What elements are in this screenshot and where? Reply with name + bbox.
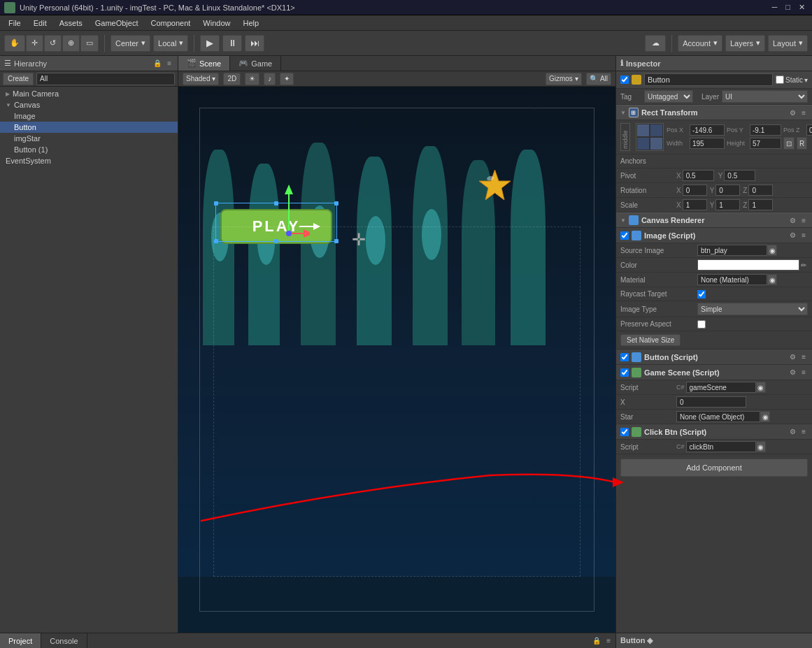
pos-z-input[interactable] bbox=[806, 124, 812, 136]
hier-item-canvas[interactable]: ▼ Canvas bbox=[0, 99, 178, 110]
material-picker-btn[interactable]: ◉ bbox=[767, 274, 777, 285]
button-script-checkbox[interactable] bbox=[620, 353, 629, 361]
shading-dropdown[interactable]: Shaded ▾ bbox=[183, 73, 219, 85]
source-image-input[interactable] bbox=[697, 245, 767, 256]
image-script-checkbox[interactable] bbox=[620, 231, 629, 240]
scale-z-input[interactable] bbox=[748, 199, 773, 210]
canvas-expand-icon[interactable]: ▼ bbox=[620, 217, 626, 224]
rect-settings-btn[interactable]: ⚙ bbox=[788, 108, 798, 117]
pos-x-input[interactable] bbox=[690, 124, 725, 136]
menu-gameobject[interactable]: GameObject bbox=[90, 17, 144, 29]
set-native-size-btn[interactable]: Set Native Size bbox=[620, 334, 681, 346]
star-picker-btn[interactable]: ◉ bbox=[760, 411, 770, 422]
color-swatch[interactable] bbox=[697, 259, 799, 271]
hierarchy-menu-btn[interactable]: ≡ bbox=[165, 59, 173, 68]
hier-item-button1[interactable]: Button (1) bbox=[0, 144, 178, 155]
anchor-preset-widget[interactable] bbox=[636, 123, 664, 151]
preserve-aspect-checkbox[interactable] bbox=[697, 320, 706, 329]
move-tool[interactable]: ✛ bbox=[26, 35, 43, 52]
rect-tool[interactable]: ▭ bbox=[80, 35, 99, 52]
center-dropdown[interactable]: Center ▾ bbox=[111, 35, 150, 52]
project-tab[interactable]: Project bbox=[0, 633, 41, 648]
audio-btn[interactable]: ♪ bbox=[264, 73, 276, 85]
static-checkbox[interactable] bbox=[776, 75, 784, 84]
minimize-btn[interactable]: ─ bbox=[769, 3, 781, 12]
height-input[interactable] bbox=[750, 138, 781, 149]
source-image-picker-btn[interactable]: ◉ bbox=[767, 245, 777, 256]
layer-select[interactable]: UI bbox=[722, 90, 808, 103]
object-active-checkbox[interactable] bbox=[620, 75, 629, 84]
local-dropdown[interactable]: Local ▾ bbox=[153, 35, 188, 52]
gizmos-dropdown[interactable]: Gizmos ▾ bbox=[546, 73, 582, 85]
lighting-btn[interactable]: ☀ bbox=[245, 73, 259, 85]
game-scene-script-input[interactable] bbox=[686, 382, 756, 393]
hand-tool[interactable]: ✋ bbox=[4, 35, 25, 52]
account-dropdown[interactable]: Account ▾ bbox=[678, 35, 722, 52]
all-dropdown[interactable]: 🔍 All bbox=[586, 73, 611, 85]
pause-button[interactable]: ⏸ bbox=[222, 35, 242, 52]
menu-window[interactable]: Window bbox=[197, 17, 236, 29]
object-name-input[interactable] bbox=[644, 73, 773, 86]
tag-select[interactable]: Untagged bbox=[644, 90, 693, 103]
cloud-button[interactable]: ☁ bbox=[645, 35, 666, 52]
canvas-settings-btn[interactable]: ⚙ bbox=[788, 216, 798, 225]
image-type-select[interactable]: Simple bbox=[697, 303, 808, 315]
canvas-menu-btn[interactable]: ≡ bbox=[799, 216, 808, 225]
game-scene-checkbox[interactable] bbox=[620, 368, 629, 377]
menu-help[interactable]: Help bbox=[237, 17, 264, 29]
scale-x-input[interactable] bbox=[683, 199, 707, 210]
button-menu-btn[interactable]: ≡ bbox=[799, 352, 808, 361]
play-button[interactable]: ▶ bbox=[200, 35, 220, 52]
hierarchy-search[interactable] bbox=[36, 73, 175, 85]
width-input[interactable] bbox=[690, 138, 725, 149]
scale-y-input[interactable] bbox=[715, 199, 740, 210]
image-menu-btn[interactable]: ≡ bbox=[799, 231, 808, 240]
add-component-btn[interactable]: Add Component bbox=[620, 459, 808, 477]
rot-z-input[interactable] bbox=[748, 185, 773, 196]
project-lock-btn[interactable]: 🔒 bbox=[590, 636, 603, 645]
rot-x-input[interactable] bbox=[683, 185, 707, 196]
pivot-y-input[interactable] bbox=[724, 170, 755, 181]
game-scene-menu-btn[interactable]: ≡ bbox=[799, 368, 808, 377]
pos-y-input[interactable] bbox=[750, 124, 781, 136]
pivot-x-input[interactable] bbox=[683, 170, 714, 181]
hier-item-image[interactable]: Image bbox=[0, 110, 178, 122]
color-pipette-btn[interactable]: ✏ bbox=[799, 261, 808, 269]
close-btn[interactable]: ✕ bbox=[796, 3, 808, 12]
game-scene-script-picker[interactable]: ◉ bbox=[756, 382, 766, 393]
hier-item-maincamera[interactable]: ▶ Main Camera bbox=[0, 88, 178, 99]
hier-item-button[interactable]: Button bbox=[0, 122, 178, 133]
rotate-tool[interactable]: ↺ bbox=[44, 35, 62, 52]
game-tab[interactable]: 🎮 Game bbox=[230, 56, 281, 71]
click-btn-settings-btn[interactable]: ⚙ bbox=[788, 427, 798, 436]
hierarchy-create-btn[interactable]: Create bbox=[3, 73, 34, 85]
fx-btn[interactable]: ✦ bbox=[280, 73, 294, 85]
click-btn-script-picker[interactable]: ◉ bbox=[756, 441, 766, 452]
hier-item-imgstar[interactable]: imgStar bbox=[0, 133, 178, 144]
menu-edit[interactable]: Edit bbox=[28, 17, 52, 29]
step-button[interactable]: ⏭ bbox=[245, 35, 264, 52]
layout-dropdown[interactable]: Layout ▾ bbox=[768, 35, 808, 52]
console-tab[interactable]: Console bbox=[41, 633, 87, 648]
star-input[interactable] bbox=[676, 411, 760, 422]
game-scene-settings-btn[interactable]: ⚙ bbox=[788, 368, 798, 377]
click-btn-checkbox[interactable] bbox=[620, 428, 629, 436]
scene-tab[interactable]: 🎬 Scene bbox=[178, 56, 230, 71]
x-input[interactable] bbox=[676, 396, 746, 408]
scale-tool[interactable]: ⊕ bbox=[62, 35, 80, 52]
menu-file[interactable]: File bbox=[3, 17, 27, 29]
click-btn-menu-btn[interactable]: ≡ bbox=[799, 427, 808, 436]
image-settings-btn[interactable]: ⚙ bbox=[788, 231, 798, 240]
material-input[interactable] bbox=[697, 274, 767, 285]
layers-dropdown[interactable]: Layers ▾ bbox=[725, 35, 765, 52]
hier-item-eventsystem[interactable]: EventSystem bbox=[0, 155, 178, 166]
button-settings-btn[interactable]: ⚙ bbox=[788, 352, 798, 361]
raycast-checkbox[interactable] bbox=[697, 290, 706, 298]
constrain-btn[interactable]: ⊡ bbox=[783, 137, 795, 150]
menu-assets[interactable]: Assets bbox=[54, 17, 88, 29]
menu-component[interactable]: Component bbox=[145, 17, 196, 29]
rot-y-input[interactable] bbox=[715, 185, 740, 196]
project-menu-btn[interactable]: ≡ bbox=[604, 636, 613, 645]
click-btn-script-input[interactable] bbox=[686, 441, 756, 452]
hierarchy-lock-btn[interactable]: 🔒 bbox=[151, 59, 164, 68]
